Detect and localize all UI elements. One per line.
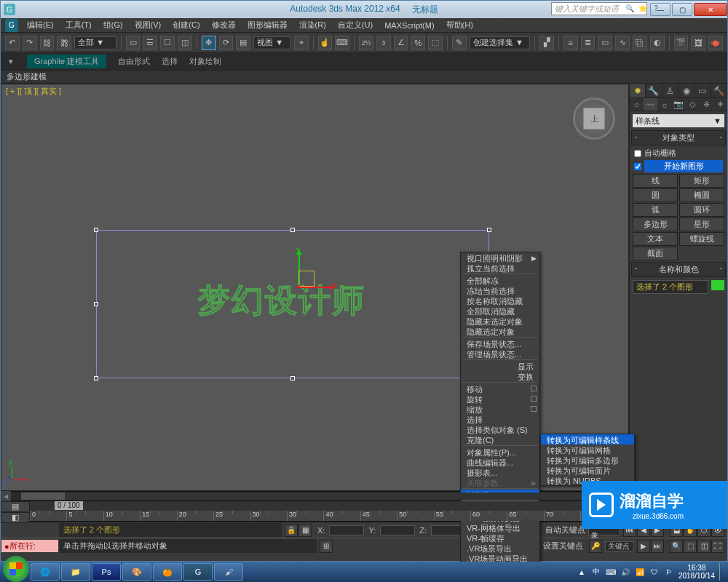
menu-customize[interactable]: 自定义(U) — [332, 18, 379, 32]
shape-tool-button[interactable]: 椭圆 — [679, 188, 724, 202]
curve-editor-button[interactable]: ∿ — [615, 36, 630, 50]
ctx-item[interactable]: 移动 — [461, 383, 539, 394]
snap-2d-button[interactable]: 2½ — [359, 36, 373, 50]
select-object-button[interactable]: ▭ — [126, 36, 141, 50]
select-move-button[interactable]: ✥ — [202, 36, 216, 50]
menu-tools[interactable]: 工具(T) — [60, 18, 98, 32]
shape-tool-button[interactable]: 圆 — [633, 188, 678, 202]
iso-selection-button[interactable]: ▦ — [298, 524, 312, 537]
minilistener-line[interactable]: ● 所在行: — [1, 540, 58, 552]
redo-button[interactable]: ↷ — [23, 36, 37, 50]
rollout-name-color[interactable]: 名称和颜色 — [631, 262, 726, 277]
convert-to-submenu[interactable]: 转换为可编辑样条线转换为可编辑网格转换为可编辑多边形转换为可编辑面片转换为 NU… — [540, 434, 635, 486]
helpers-subtab-icon[interactable]: ◇ — [686, 98, 700, 111]
select-rotate-button[interactable]: ⟳ — [219, 36, 234, 50]
angle-snap-button[interactable]: ∠ — [394, 36, 408, 50]
ctx-item[interactable]: 转换为可编辑样条线 — [541, 434, 634, 445]
tray-shield-icon[interactable]: 🛡 — [649, 567, 660, 577]
menu-create[interactable]: 创建(C) — [167, 18, 205, 32]
y-spinner[interactable] — [380, 525, 415, 535]
vp-zoomall-button[interactable]: ⬚ — [684, 540, 697, 553]
tray-net-icon[interactable]: 📶 — [635, 567, 645, 577]
rendered-frame-button[interactable]: 🖼 — [691, 36, 705, 50]
object-color-swatch[interactable] — [711, 280, 724, 290]
ctx-item[interactable]: 显示 — [461, 361, 539, 371]
shape-tool-button[interactable]: 矩形 — [679, 174, 724, 188]
tray-kb-icon[interactable]: ⌨ — [606, 567, 616, 577]
vp-max-button[interactable]: ⛶ — [711, 540, 724, 553]
refcoord-dropdown[interactable]: 视图 ▼ — [253, 36, 291, 49]
taskbar-app-icon[interactable]: 🎨 — [122, 563, 151, 581]
ribbon-chevron-icon[interactable]: ▾ — [7, 57, 15, 66]
systems-subtab-icon[interactable]: ✳ — [713, 98, 727, 111]
menu-edit[interactable]: 编辑(E) — [21, 18, 60, 32]
play-next-button[interactable]: ▶ — [637, 540, 650, 553]
shape-tool-button[interactable]: 多边形 — [633, 218, 678, 231]
window-maximize-button[interactable]: ▢ — [672, 3, 692, 16]
named-sel-edit-button[interactable]: ✎ — [452, 36, 467, 50]
rollout-object-type[interactable]: 对象类型 — [631, 130, 726, 146]
title-bar[interactable]: G Autodesk 3ds Max 2012 x64无标题 键入关键字或短语 … — [1, 1, 727, 18]
menu-help[interactable]: 帮助(H) — [440, 18, 479, 32]
spinner-snap-button[interactable]: ⬚ — [428, 36, 443, 50]
ribbon-tab-select[interactable]: 选择 — [162, 56, 178, 67]
undo-button[interactable]: ↶ — [5, 36, 20, 50]
app-menu-icon[interactable]: G — [4, 4, 15, 15]
ctx-item[interactable]: 隐藏选定对象 — [461, 326, 539, 336]
set-key-button[interactable]: 设置关键点 — [539, 541, 586, 551]
render-button[interactable]: 🫖 — [708, 36, 723, 50]
ctx-item[interactable]: 保存场景状态... — [461, 338, 539, 348]
start-button[interactable] — [3, 556, 29, 582]
ctx-item[interactable]: 管理场景状态... — [461, 348, 539, 359]
menu-maxscript[interactable]: MAXScript(M) — [379, 20, 440, 31]
viewport-top[interactable]: [ + ][ 顶 ][ 真实 ] 梦幻设计师 y x yxz 上 — [1, 84, 629, 491]
hierarchy-tab-icon[interactable]: ♙ — [662, 84, 678, 97]
lock-selection-button[interactable]: 🔒 — [285, 524, 298, 537]
taskbar-3dsmax-icon[interactable]: G — [183, 563, 213, 581]
ctx-item[interactable]: 曲线编辑器... — [461, 457, 539, 467]
lights-subtab-icon[interactable]: ☼ — [657, 98, 671, 111]
selection-filter-dropdown[interactable]: 全部 ▼ — [74, 36, 116, 49]
create-tab-icon[interactable]: ✹ — [630, 84, 646, 97]
modify-tab-icon[interactable]: 🔧 — [646, 84, 662, 97]
manip-button[interactable]: ☝ — [318, 36, 333, 50]
ctx-item[interactable]: 选择类似对象 (S) — [461, 424, 539, 434]
menu-modifiers[interactable]: 修改器 — [206, 18, 242, 32]
tray-up-icon[interactable]: ▲ — [577, 567, 587, 577]
x-spinner[interactable] — [329, 525, 364, 535]
startnew-button[interactable]: 开始新图形 — [644, 160, 723, 172]
ctx-item[interactable]: 转换为可编辑多边形 — [541, 455, 634, 465]
utilities-tab-icon[interactable]: 🔨 — [711, 84, 727, 97]
shape-tool-button[interactable]: 弧 — [633, 203, 678, 217]
display-tab-icon[interactable]: ▭ — [695, 84, 711, 97]
ctx-item[interactable]: 冻结当前选择 — [461, 285, 539, 295]
ctx-item[interactable]: 全部取消隐藏 — [461, 306, 539, 316]
mirror-button[interactable]: ▞ — [539, 36, 554, 50]
ctx-item[interactable]: 关联参数...▶ — [461, 477, 539, 487]
ctx-item[interactable]: 缩放 — [461, 404, 539, 414]
motion-tab-icon[interactable]: ◉ — [678, 84, 695, 97]
ctx-item[interactable]: 克隆(C) — [461, 434, 539, 445]
shape-tool-button[interactable]: 星形 — [679, 218, 724, 231]
mat-editor-button[interactable]: ◐ — [650, 36, 665, 50]
taskbar-ps-icon[interactable]: Ps — [92, 563, 121, 581]
vp-zoomext-button[interactable]: ◫ — [697, 540, 711, 553]
play-end-button[interactable]: ⏭ — [651, 540, 664, 553]
menu-group[interactable]: 组(G) — [98, 18, 129, 32]
select-name-button[interactable]: ☰ — [143, 36, 157, 50]
menu-grapheditor[interactable]: 图形编辑器 — [242, 18, 293, 32]
ribbon-tab-freeform[interactable]: 自由形式 — [118, 56, 150, 67]
ctx-item[interactable]: 选择 — [461, 414, 539, 424]
viewport-text-object[interactable]: 梦幻设计师 — [198, 279, 365, 322]
show-desktop-button[interactable] — [719, 563, 725, 581]
snap-3d-button[interactable]: 3 — [376, 36, 391, 50]
shapes-subtab-icon[interactable]: 〰 — [644, 98, 657, 111]
ribbon-tab-paint[interactable]: 对象绘制 — [189, 56, 221, 67]
named-selset-dropdown[interactable]: 创建选择集 ▼ — [470, 36, 530, 49]
viewport-label[interactable]: [ + ][ 顶 ][ 真实 ] — [6, 86, 61, 97]
keymode-button[interactable]: ⌨ — [335, 36, 349, 50]
link-button[interactable]: ⛓ — [40, 36, 55, 50]
ctx-item[interactable]: 变换 — [461, 371, 539, 381]
menu-render[interactable]: 渲染(R) — [293, 18, 332, 32]
vp-zoom-button[interactable]: 🔍 — [670, 540, 683, 553]
